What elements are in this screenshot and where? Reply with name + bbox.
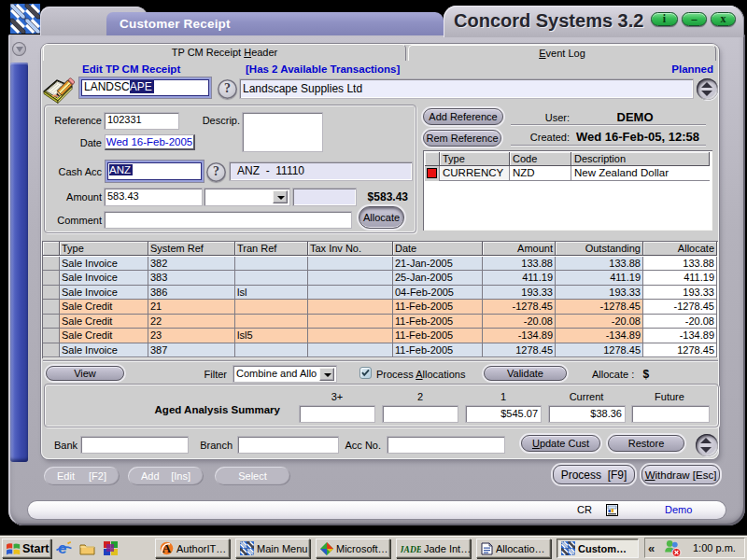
svg-text:A: A xyxy=(162,541,172,555)
svg-text:JADE: JADE xyxy=(401,545,421,554)
